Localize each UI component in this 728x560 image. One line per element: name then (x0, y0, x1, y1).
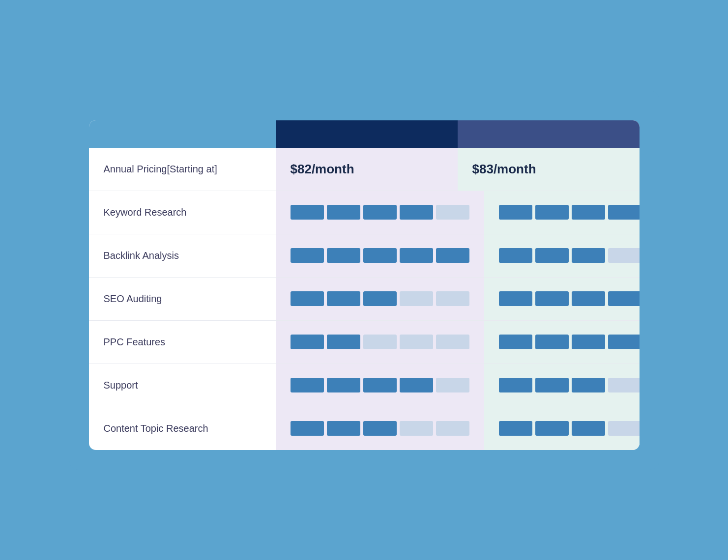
bar-empty-seg (608, 378, 640, 392)
bar-filled-seg (535, 248, 569, 263)
outer-container: Annual Pricing[Starting at]$82/month$83/… (69, 91, 659, 470)
row-label-1: Keyword Research (89, 191, 276, 234)
bar-empty-seg (436, 335, 469, 349)
bar-group (291, 335, 469, 349)
bar-empty-seg (436, 421, 469, 436)
bar-filled-seg (572, 335, 605, 349)
ahrefs-cell-4 (276, 321, 484, 364)
bar-filled-seg (327, 421, 360, 436)
bar-filled-seg (572, 291, 605, 306)
bar-filled-seg (535, 421, 569, 436)
bar-filled-seg (400, 205, 433, 220)
semrush-cell-0: $83/month (458, 148, 640, 191)
bar-filled-seg (608, 291, 640, 306)
bar-filled-seg (436, 248, 469, 263)
bar-filled-seg (535, 335, 569, 349)
ahrefs-cell-2 (276, 234, 484, 277)
bar-filled-seg (291, 421, 324, 436)
bar-group (499, 421, 640, 436)
bar-group (499, 248, 640, 263)
bar-filled-seg (535, 205, 569, 220)
bar-filled-seg (363, 378, 397, 392)
bar-group (291, 291, 469, 306)
semrush-cell-4 (484, 321, 640, 364)
bar-filled-seg (499, 335, 532, 349)
row-label-text: PPC Features (104, 336, 166, 348)
row-label-0: Annual Pricing[Starting at] (89, 148, 276, 191)
bar-group (499, 291, 640, 306)
bar-filled-seg (608, 335, 640, 349)
ahrefs-price: $82/month (291, 162, 354, 177)
bar-filled-seg (572, 205, 605, 220)
row-label-text: SEO Auditing (104, 293, 162, 305)
row-label-text: Keyword Research (104, 207, 187, 218)
table-row: SEO Auditing (89, 278, 640, 321)
bar-filled-seg (499, 205, 532, 220)
bar-group (291, 248, 469, 263)
row-label-text: Annual Pricing (104, 164, 167, 175)
row-label-text: Support (104, 380, 138, 391)
bar-filled-seg (572, 421, 605, 436)
ahrefs-cell-1 (276, 191, 484, 234)
row-label-3: SEO Auditing (89, 278, 276, 320)
bar-filled-seg (572, 378, 605, 392)
bar-empty-seg (400, 421, 433, 436)
ahrefs-cell-5 (276, 364, 484, 407)
ahrefs-cell-0: $82/month (276, 148, 458, 191)
bar-filled-seg (291, 205, 324, 220)
ahrefs-header (276, 120, 458, 148)
ahrefs-cell-6 (276, 407, 484, 450)
bar-filled-seg (291, 378, 324, 392)
row-label-text: Backlink Analysis (104, 250, 179, 261)
semrush-cell-3 (484, 278, 640, 320)
bar-group (291, 378, 469, 392)
bar-filled-seg (400, 248, 433, 263)
ahrefs-cell-3 (276, 278, 484, 320)
bar-filled-seg (363, 421, 397, 436)
table-body: Annual Pricing[Starting at]$82/month$83/… (89, 148, 640, 450)
bar-group (291, 421, 469, 436)
table-header (89, 120, 640, 148)
bar-filled-seg (535, 291, 569, 306)
bar-empty-seg (436, 291, 469, 306)
bar-empty-seg (400, 335, 433, 349)
table-row: PPC Features (89, 321, 640, 364)
bar-filled-seg (327, 335, 360, 349)
bar-filled-seg (535, 378, 569, 392)
semrush-cell-6 (484, 407, 640, 450)
bar-group (499, 205, 640, 220)
header-spacer (89, 120, 276, 148)
bar-filled-seg (499, 421, 532, 436)
table-row: Keyword Research (89, 191, 640, 234)
bar-filled-seg (363, 248, 397, 263)
bar-group (291, 205, 469, 220)
bar-empty-seg (608, 421, 640, 436)
bar-filled-seg (400, 378, 433, 392)
bar-filled-seg (499, 291, 532, 306)
semrush-cell-2 (484, 234, 640, 277)
bar-filled-seg (291, 248, 324, 263)
bar-group (499, 335, 640, 349)
table-row: Backlink Analysis (89, 234, 640, 278)
bar-empty-seg (436, 378, 469, 392)
bar-filled-seg (291, 291, 324, 306)
bar-group (499, 378, 640, 392)
semrush-cell-5 (484, 364, 640, 407)
bar-filled-seg (499, 248, 532, 263)
bar-filled-seg (327, 248, 360, 263)
table-row: Support (89, 364, 640, 407)
bar-empty-seg (363, 335, 397, 349)
row-label-text: [Starting at] (167, 164, 217, 175)
row-label-5: Support (89, 364, 276, 407)
row-label-text: Content Topic Research (104, 423, 208, 434)
bar-filled-seg (327, 378, 360, 392)
bar-filled-seg (327, 291, 360, 306)
bar-filled-seg (608, 205, 640, 220)
bar-empty-seg (436, 205, 469, 220)
table-row: Content Topic Research (89, 407, 640, 450)
semrush-price: $83/month (472, 162, 536, 177)
bar-filled-seg (572, 248, 605, 263)
row-label-6: Content Topic Research (89, 407, 276, 450)
row-label-2: Backlink Analysis (89, 234, 276, 277)
bar-filled-seg (363, 205, 397, 220)
